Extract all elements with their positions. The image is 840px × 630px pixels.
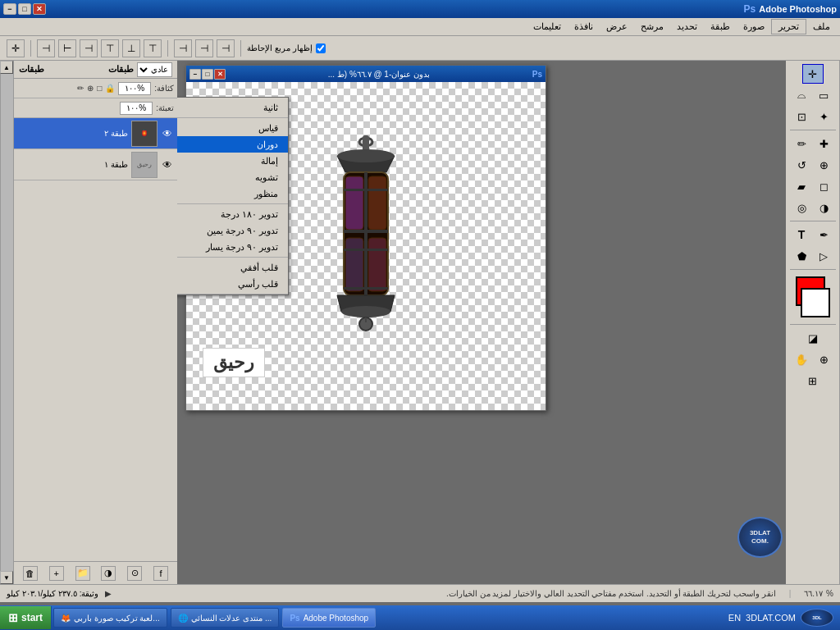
taskbar-item-game-icon: 🦊	[61, 614, 71, 623]
layer-mode-select[interactable]: عادي	[137, 62, 172, 77]
menu-help[interactable]: تعليمات	[527, 20, 568, 34]
selection-path-tool[interactable]: ▷	[813, 246, 834, 266]
svg-rect-11	[344, 230, 388, 233]
stamp-tool[interactable]: ⊕	[813, 155, 834, 175]
new-layer-btn[interactable]: +	[49, 566, 64, 581]
custom-shape-tool[interactable]: ⬟	[791, 246, 812, 266]
taskbar-right: EN 3DLAT.COM 3DL	[722, 609, 840, 627]
align-left-btn[interactable]: ⊣	[37, 39, 55, 57]
menu-window[interactable]: نافذة	[568, 20, 600, 34]
menu-edit[interactable]: تحرير	[771, 19, 806, 34]
pen-tool[interactable]: ✒	[813, 225, 834, 244]
rect-marquee-tool[interactable]: ▭	[813, 85, 834, 105]
svg-rect-14	[344, 287, 388, 290]
pen-icon: ✒	[819, 229, 829, 241]
menu-layer[interactable]: طبقة	[704, 20, 737, 34]
transform-rotate-ccw[interactable]: تدوير ٩٠ درجة يسار	[177, 239, 288, 255]
brush-tool[interactable]: ✏	[791, 134, 812, 153]
lasso-tool[interactable]: ⌓	[791, 85, 812, 105]
hand-icon: ✋	[795, 354, 808, 366]
blur-tool[interactable]: ◎	[791, 198, 812, 217]
taskbar-watermark-small: 3DL	[801, 609, 833, 627]
title-bar-controls[interactable]: − □ ✕	[3, 3, 46, 15]
layer-row-2[interactable]: 👁 🏮 طبقة ٢	[14, 118, 177, 149]
screen-mode-btn[interactable]: ⊞	[802, 371, 824, 390]
taskbar-item-game[interactable]: 🦊 لعبة تركيب صورة باربي...	[53, 608, 167, 628]
distribute-1-btn[interactable]: ⊣	[174, 39, 192, 57]
transform-rotate-cw[interactable]: تدوير ٩٠ درجة يمين	[177, 222, 288, 239]
align-right-btn[interactable]: ⊣	[80, 39, 98, 57]
align-top-btn[interactable]: ⊤	[101, 39, 119, 57]
move-tool-btn[interactable]: ✛	[7, 39, 25, 57]
transform-rotate[interactable]: دوران	[177, 136, 288, 153]
dodge-tool[interactable]: ◑	[813, 198, 834, 217]
delete-layer-btn[interactable]: 🗑	[23, 566, 38, 581]
menu-filter[interactable]: مرشح	[634, 20, 670, 34]
maximize-button[interactable]: □	[18, 3, 31, 15]
zoom-tool[interactable]: ⊕	[813, 349, 834, 369]
transform-perspective[interactable]: منظور	[177, 185, 288, 202]
add-adjustment-btn[interactable]: ◑	[101, 566, 116, 581]
align-center-btn[interactable]: ⊢	[58, 39, 76, 57]
doc-close-btn[interactable]: ✕	[214, 69, 226, 80]
eraser-tool[interactable]: ◻	[813, 176, 834, 196]
transform-rotate-180[interactable]: تدوير ١٨٠ درجة	[177, 206, 288, 222]
menu-view[interactable]: عرض	[600, 20, 634, 34]
crop-tool[interactable]: ⊡	[791, 107, 812, 126]
move-icon: ✛	[808, 68, 817, 80]
history-brush-tool[interactable]: ↺	[791, 155, 812, 175]
heal-tool[interactable]: ✚	[813, 134, 834, 153]
scroll-up-btn[interactable]: ▲	[0, 61, 13, 74]
zoom-display: ٦٦.١٧	[804, 589, 823, 598]
text-tool[interactable]: T	[791, 225, 812, 244]
transform-distort[interactable]: تشويه	[177, 169, 288, 185]
gradient-tool[interactable]: ▰	[791, 176, 812, 196]
distribute-2-btn[interactable]: ⊣	[195, 39, 213, 57]
menu-file[interactable]: ملف	[806, 20, 837, 34]
taskbar-item-forum[interactable]: 🌐 منتدى عدلات النسائي ...	[171, 608, 280, 628]
show-bounding-box-checkbox[interactable]	[316, 43, 326, 53]
hand-tool[interactable]: ✋	[791, 349, 812, 369]
align-bottom-btn[interactable]: ⊤	[144, 39, 162, 57]
taskbar-item-photoshop[interactable]: Ps Adobe Photoshop	[282, 608, 376, 628]
layer-1-name: طبقة ١	[104, 160, 128, 169]
top-toolbar: ✛ ⊣ ⊢ ⊣ ⊤ ⊥ ⊤ ⊣ ⊣ ⊣ إظهار مربع الإحاطة	[0, 36, 840, 61]
align-middle-btn[interactable]: ⊥	[122, 39, 140, 57]
minimize-button[interactable]: −	[3, 3, 16, 15]
taskbar-item-game-label: لعبة تركيب صورة باربي...	[74, 614, 160, 623]
quick-mask-btn[interactable]: ◪	[802, 328, 824, 348]
scroll-down-btn[interactable]: ▼	[0, 571, 13, 584]
tool-group-marquee: ▭ ⌓	[791, 85, 834, 105]
doc-maximize-btn[interactable]: □	[202, 69, 213, 80]
move-tool[interactable]: ✛	[802, 64, 824, 84]
background-color[interactable]	[801, 288, 830, 317]
document-window-controls[interactable]: − □ ✕	[189, 69, 226, 80]
layer-2-visibility-btn[interactable]: 👁	[161, 127, 174, 140]
tool-group-shape: ▷ ⬟	[791, 246, 834, 266]
magic-wand-tool[interactable]: ✦	[813, 107, 834, 126]
svg-rect-7	[345, 238, 363, 291]
transform-skew[interactable]: إمالة	[177, 153, 288, 169]
scroll-track[interactable]	[1, 74, 13, 571]
opacity-input[interactable]: %١٠٠	[118, 82, 151, 95]
close-button[interactable]: ✕	[33, 3, 46, 15]
transform-flip-h[interactable]: قلب أفقي	[177, 259, 288, 276]
add-group-btn[interactable]: 📁	[75, 566, 90, 581]
transform-scale[interactable]: قياس	[177, 120, 288, 136]
transform-flip-v[interactable]: قلب رأسي	[177, 276, 288, 292]
rect-marquee-icon: ▭	[819, 89, 829, 102]
layer-row-1[interactable]: 👁 رحيق طبقة ١	[14, 149, 177, 180]
add-mask-btn[interactable]: ⊙	[127, 566, 142, 581]
menu-select[interactable]: تحديد	[670, 20, 704, 34]
status-bar: ٦٦.١٧ % | انقر واسحب لتحريك الطبقة أو ال…	[0, 584, 840, 602]
transform-again[interactable]: ثانية Shift+Ctrl+T	[177, 99, 288, 116]
eraser-icon: ◻	[819, 180, 829, 193]
add-style-btn[interactable]: f	[153, 566, 168, 581]
start-button[interactable]: ⊞ start	[0, 606, 52, 629]
fill-input[interactable]: %١٠٠	[120, 102, 153, 115]
layer-1-visibility-btn[interactable]: 👁	[161, 158, 174, 171]
menu-image[interactable]: صورة	[737, 20, 771, 34]
brush-icon: ✏	[797, 138, 806, 150]
distribute-3-btn[interactable]: ⊣	[217, 39, 235, 57]
doc-minimize-btn[interactable]: −	[189, 69, 201, 80]
